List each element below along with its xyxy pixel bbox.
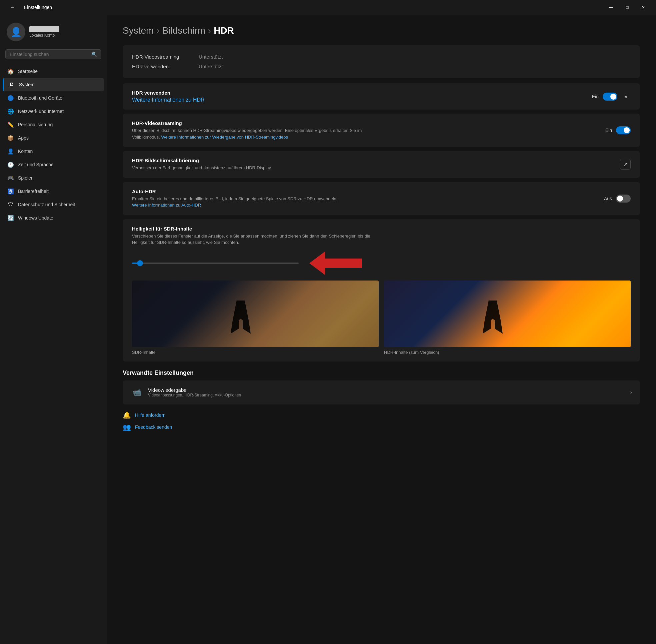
breadcrumb: System › Bildschirm › HDR bbox=[123, 25, 640, 36]
setting-hdr-kalibrierung: HDR-Bildschirmkalibrierung Verbessern de… bbox=[123, 151, 640, 178]
main-content: System › Bildschirm › HDR HDR-Videostrea… bbox=[107, 15, 656, 644]
brightness-slider-track[interactable] bbox=[132, 262, 299, 264]
nav-label-spielen: Spielen bbox=[18, 175, 34, 181]
minimize-button[interactable]: — bbox=[604, 2, 619, 13]
nav-icon-startseite: 🏠 bbox=[7, 68, 14, 75]
user-name-placeholder bbox=[29, 26, 59, 32]
brightness-title: Helligkeit für SDR-Inhalte bbox=[132, 226, 631, 232]
related-videowiedergabe[interactable]: 📹 Videowiedergabe Videoanpassungen, HDR-… bbox=[123, 381, 640, 405]
brightness-slider-thumb[interactable] bbox=[137, 260, 143, 266]
setting-hdr-verwenden: HDR verwenden Weitere Informationen zu H… bbox=[123, 83, 640, 110]
close-button[interactable]: ✕ bbox=[636, 2, 651, 13]
sidebar-item-netzwerk[interactable]: 🌐 Netzwerk und Internet bbox=[3, 105, 104, 118]
auto-hdr-toggle[interactable] bbox=[616, 194, 631, 203]
sidebar-item-barrierefreiheit[interactable]: ♿ Barrierefreiheit bbox=[3, 185, 104, 198]
titlebar: ← Einstellungen — □ ✕ bbox=[0, 0, 656, 15]
brightness-card: Helligkeit für SDR-Inhalte Verschieben S… bbox=[123, 219, 640, 362]
nav-icon-personalisierung: ✏️ bbox=[7, 121, 14, 128]
hilfe-icon: 🔔 bbox=[123, 411, 131, 419]
user-account-label: Lokales Konto bbox=[29, 33, 59, 38]
hdr-verwenden-title: HDR verwenden bbox=[132, 90, 592, 96]
nav-icon-datenschutz: 🛡 bbox=[7, 201, 14, 208]
feedback-icon: 👥 bbox=[123, 423, 131, 431]
sidebar-item-konten[interactable]: 👤 Konten bbox=[3, 144, 104, 158]
sidebar-item-startseite[interactable]: 🏠 Startseite bbox=[3, 65, 104, 78]
breadcrumb-sep-2: › bbox=[208, 25, 211, 36]
nav-icon-apps: 📦 bbox=[7, 135, 14, 141]
back-button[interactable]: ← bbox=[5, 2, 20, 13]
hdr-kalibrierung-desc: Verbessern der Farbgenauigkeit und -kons… bbox=[132, 165, 365, 171]
sidebar-item-bluetooth[interactable]: 🔵 Bluetooth und Geräte bbox=[3, 91, 104, 105]
nav-icon-netzwerk: 🌐 bbox=[7, 108, 14, 115]
feedback-link[interactable]: 👥 Feedback senden bbox=[123, 423, 640, 431]
brightness-desc: Verschieben Sie dieses Fenster auf die A… bbox=[132, 233, 385, 246]
hdr-label: HDR-Inhalte (zum Vergleich) bbox=[384, 350, 631, 355]
search-icon: 🔍 bbox=[91, 52, 97, 57]
nav-label-netzwerk: Netzwerk und Internet bbox=[18, 109, 64, 114]
preview-images: SDR-Inhalte HDR-Inhalte (zum Vergleich) bbox=[132, 280, 631, 355]
info-label-streaming: HDR-Videostreaming bbox=[132, 54, 199, 60]
breadcrumb-bildschirm[interactable]: Bildschirm bbox=[162, 25, 205, 36]
red-arrow-container bbox=[309, 251, 362, 275]
sidebar-item-zeit[interactable]: 🕐 Zeit und Sprache bbox=[3, 158, 104, 171]
hdr-verwenden-link[interactable]: Weitere Informationen zu HDR bbox=[132, 97, 205, 102]
avatar: 👤 bbox=[7, 23, 25, 41]
preview-hdr: HDR-Inhalte (zum Vergleich) bbox=[384, 280, 631, 355]
sidebar-item-system[interactable]: 🖥 System bbox=[3, 78, 104, 91]
footer-links: 🔔 Hilfe anfordern 👥 Feedback senden bbox=[123, 411, 640, 431]
auto-hdr-title: Auto-HDR bbox=[132, 189, 604, 194]
nav-label-zeit: Zeit und Sprache bbox=[18, 162, 54, 167]
info-value-streaming: Unterstützt bbox=[199, 54, 223, 60]
hdr-verwenden-expand[interactable]: ∨ bbox=[621, 92, 631, 101]
feedback-label: Feedback senden bbox=[135, 424, 172, 430]
hdr-streaming-toggle[interactable] bbox=[616, 126, 631, 134]
hdr-streaming-status: Ein bbox=[605, 128, 612, 133]
nav-label-windows: Windows Update bbox=[18, 215, 53, 221]
arrow-head bbox=[309, 251, 325, 275]
sidebar-item-windows[interactable]: 🔄 Windows Update bbox=[3, 211, 104, 225]
auto-hdr-status: Aus bbox=[604, 196, 612, 201]
hdr-streaming-desc: Über diesen Bildschirm können HDR-Stream… bbox=[132, 127, 365, 140]
nav-icon-system: 🖥 bbox=[8, 81, 15, 88]
hdr-image bbox=[384, 280, 631, 347]
auto-hdr-desc: Erhalten Sie ein helleres und detaillier… bbox=[132, 196, 365, 209]
breadcrumb-sep-1: › bbox=[156, 25, 159, 36]
setting-hdr-streaming: HDR-Videostreaming Über diesen Bildschir… bbox=[123, 114, 640, 147]
sidebar-item-apps[interactable]: 📦 Apps bbox=[3, 131, 104, 144]
nav-label-bluetooth: Bluetooth und Geräte bbox=[18, 95, 62, 100]
nav-label-konten: Konten bbox=[18, 148, 33, 154]
hdr-streaming-title: HDR-Videostreaming bbox=[132, 120, 605, 126]
sidebar-item-spielen[interactable]: 🎮 Spielen bbox=[3, 171, 104, 185]
sidebar-item-personalisierung[interactable]: ✏️ Personalisierung bbox=[3, 118, 104, 131]
breadcrumb-hdr: HDR bbox=[214, 25, 234, 36]
sidebar-item-datenschutz[interactable]: 🛡 Datenschutz und Sicherheit bbox=[3, 198, 104, 211]
nav-icon-barrierefreiheit: ♿ bbox=[7, 188, 14, 194]
videowiedergabe-sub: Videoanpassungen, HDR-Streaming, Akku-Op… bbox=[148, 393, 241, 397]
hdr-verwenden-toggle[interactable] bbox=[603, 93, 617, 100]
nav-label-personalisierung: Personalisierung bbox=[18, 122, 53, 127]
nav-icon-konten: 👤 bbox=[7, 148, 14, 155]
nav-label-startseite: Startseite bbox=[18, 69, 38, 74]
hilfe-label: Hilfe anfordern bbox=[135, 412, 166, 418]
videowiedergabe-icon: 📹 bbox=[131, 387, 143, 398]
hdr-streaming-link[interactable]: Weitere Informationen zur Wiedergabe von… bbox=[161, 135, 288, 140]
sdr-image bbox=[132, 280, 379, 347]
videowiedergabe-chevron: › bbox=[630, 389, 632, 395]
hilfe-link[interactable]: 🔔 Hilfe anfordern bbox=[123, 411, 640, 419]
sdr-label: SDR-Inhalte bbox=[132, 350, 379, 355]
breadcrumb-system[interactable]: System bbox=[123, 25, 154, 36]
maximize-button[interactable]: □ bbox=[620, 2, 635, 13]
info-label-hdr: HDR verwenden bbox=[132, 64, 199, 69]
sidebar: 👤 Lokales Konto 🔍 🏠 Startseite 🖥 System … bbox=[0, 15, 107, 644]
info-row-streaming: HDR-Videostreaming Unterstützt bbox=[132, 52, 631, 62]
auto-hdr-link[interactable]: Weitere Informationen zu Auto-HDR bbox=[132, 203, 201, 208]
nav-label-datenschutz: Datenschutz und Sicherheit bbox=[18, 202, 75, 207]
nav-icon-zeit: 🕐 bbox=[7, 161, 14, 168]
nav-icon-windows: 🔄 bbox=[7, 214, 14, 221]
red-arrow bbox=[309, 251, 362, 275]
search-input[interactable] bbox=[10, 52, 89, 57]
arrow-body bbox=[325, 258, 362, 268]
info-box: HDR-Videostreaming Unterstützt HDR verwe… bbox=[123, 45, 640, 78]
search-box[interactable]: 🔍 bbox=[5, 49, 101, 59]
hdr-kalibrierung-external[interactable]: ↗ bbox=[620, 159, 631, 169]
